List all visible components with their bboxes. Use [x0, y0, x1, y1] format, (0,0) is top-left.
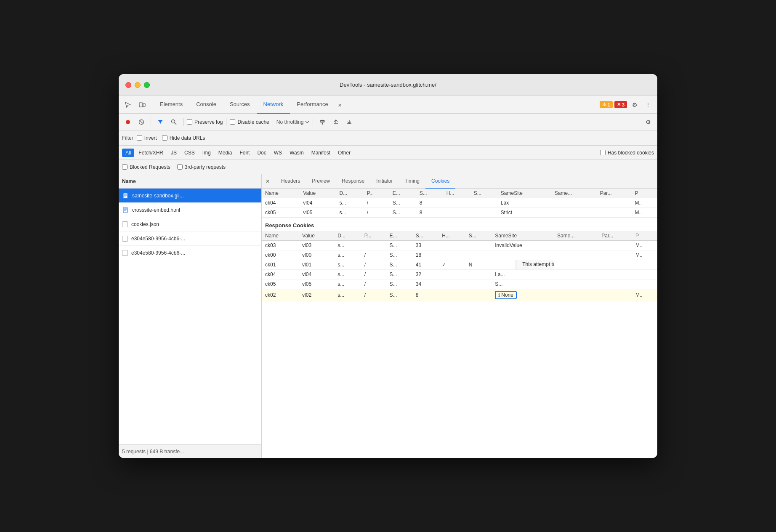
error-symbol: ✕	[617, 102, 621, 107]
download-button[interactable]	[343, 116, 355, 128]
cell-domain: s...	[334, 241, 361, 250]
table-row[interactable]: ck00 vl00 s... / S... 18	[262, 250, 657, 260]
request-item[interactable]: e304e580-9956-4cb6-...	[119, 231, 261, 246]
request-item[interactable]: e304e580-9956-4cb6-...	[119, 246, 261, 260]
toolbar-divider-3	[226, 118, 226, 126]
table-row[interactable]: ck05 vl05 s... / S... 34 S...	[262, 279, 657, 289]
detail-close-button[interactable]: ×	[262, 176, 274, 187]
type-btn-wasm[interactable]: Wasm	[286, 149, 307, 157]
tab-network[interactable]: Network	[257, 96, 290, 114]
filter-toggle-button[interactable]	[154, 116, 166, 128]
cell-size: 8	[416, 208, 443, 218]
cursor-icon[interactable]	[122, 99, 134, 111]
col-secure: S...	[470, 189, 497, 198]
device-icon[interactable]	[136, 99, 148, 111]
col-same2: Same...	[554, 231, 598, 241]
tab-headers[interactable]: Headers	[275, 174, 306, 189]
type-btn-js[interactable]: JS	[167, 149, 180, 157]
type-btn-fetch[interactable]: Fetch/XHR	[135, 149, 167, 157]
type-btn-css[interactable]: CSS	[181, 149, 198, 157]
invert-checkbox[interactable]	[137, 135, 142, 141]
request-item[interactable]: cookies.json	[119, 217, 261, 231]
maximize-button[interactable]	[144, 82, 150, 88]
has-blocked-cookies-checkbox[interactable]	[600, 150, 606, 155]
error-badge[interactable]: ✕ 3	[614, 101, 627, 108]
tab-bar-right: ⚠ 1 ✕ 3 ⚙ ⋮	[600, 99, 654, 111]
third-party-checkbox[interactable]	[177, 164, 183, 170]
blocked-requests-checkbox[interactable]	[122, 164, 128, 170]
cell-domain: s...	[334, 260, 361, 270]
blocked-requests-label[interactable]: Blocked Requests	[122, 164, 170, 170]
hide-data-urls-label[interactable]: Hide data URLs	[162, 135, 205, 141]
filter-checkboxes: Invert Hide data URLs	[137, 135, 205, 141]
tab-timing[interactable]: Timing	[399, 174, 425, 189]
record-button[interactable]	[122, 116, 134, 128]
type-btn-doc[interactable]: Doc	[254, 149, 269, 157]
type-btn-manifest[interactable]: Manifest	[308, 149, 334, 157]
tab-response[interactable]: Response	[336, 174, 370, 189]
cell-value: vl00	[299, 250, 334, 260]
disable-cache-checkbox[interactable]	[230, 119, 235, 125]
request-item[interactable]: samesite-sandbox.gli...	[119, 189, 261, 203]
cell-domain: s...	[336, 208, 363, 218]
cell-value: vl02	[299, 289, 334, 301]
cell-par	[598, 241, 632, 250]
settings-icon[interactable]: ⚙	[629, 99, 640, 111]
more-options-icon[interactable]: ⋮	[642, 99, 654, 111]
main-content: Name samesite-sandbox.gli... crosssite-e…	[119, 174, 657, 458]
cell-secure	[465, 270, 492, 279]
svg-rect-12	[123, 207, 128, 213]
cell-same2	[551, 208, 597, 218]
search-button[interactable]	[168, 116, 180, 128]
table-row[interactable]: ck04 vl04 s... / S... 8 Lax	[262, 198, 657, 208]
has-blocked-cookies-label[interactable]: Has blocked cookies	[600, 150, 654, 156]
tab-more[interactable]: »	[335, 96, 345, 114]
cell-par	[598, 289, 632, 301]
network-settings-icon[interactable]: ⚙	[642, 116, 654, 128]
disable-cache-label[interactable]: Disable cache	[230, 119, 269, 125]
tab-console[interactable]: Console	[189, 96, 223, 114]
preserve-log-label[interactable]: Preserve log	[187, 119, 223, 125]
hide-data-urls-checkbox[interactable]	[162, 135, 167, 141]
type-btn-font[interactable]: Font	[236, 149, 253, 157]
cell-par	[598, 279, 632, 289]
upload-button[interactable]	[330, 116, 342, 128]
tab-initiator[interactable]: Initiator	[370, 174, 399, 189]
wifi-icon[interactable]	[316, 116, 328, 128]
type-btn-other[interactable]: Other	[335, 149, 354, 157]
cell-httponly	[438, 241, 465, 250]
table-row[interactable]: ck01 vl01 s... / S... 41 ✓ N This a	[262, 260, 657, 270]
type-btn-media[interactable]: Media	[215, 149, 236, 157]
type-btn-all[interactable]: All	[122, 149, 134, 157]
minimize-button[interactable]	[135, 82, 141, 88]
table-row[interactable]: ck05 vl05 s... / S... 8 Strict	[262, 208, 657, 218]
cell-priority: M..	[632, 289, 657, 301]
cell-domain: s...	[334, 270, 361, 279]
warning-badge[interactable]: ⚠ 1	[600, 101, 613, 108]
table-row[interactable]: ck03 vl03 s... S... 33 InvalidValue	[262, 241, 657, 250]
tab-sources[interactable]: Sources	[223, 96, 257, 114]
preserve-log-checkbox[interactable]	[187, 119, 192, 125]
info-icon: ℹ	[498, 293, 500, 298]
close-button[interactable]	[125, 82, 131, 88]
cell-httponly: ✓	[438, 260, 465, 270]
third-party-label[interactable]: 3rd-party requests	[177, 164, 226, 170]
tab-elements[interactable]: Elements	[153, 96, 189, 114]
tab-preview[interactable]: Preview	[306, 174, 336, 189]
tab-cookies[interactable]: Cookies	[425, 174, 455, 189]
cell-name: ck05	[262, 279, 299, 289]
cell-httponly	[438, 279, 465, 289]
type-btn-ws[interactable]: WS	[271, 149, 285, 157]
tab-performance[interactable]: Performance	[290, 96, 335, 114]
throttle-selector[interactable]: No throttling	[276, 119, 310, 125]
invert-label[interactable]: Invert	[137, 135, 157, 141]
table-row[interactable]: ck04 vl04 s... / S... 32 La...	[262, 270, 657, 279]
type-btn-img[interactable]: Img	[199, 149, 214, 157]
cookie-tooltip: This attempt to set a cookie via a Set-C…	[517, 260, 554, 270]
request-item[interactable]: crosssite-embed.html	[119, 203, 261, 217]
cell-expires: S...	[386, 289, 412, 301]
transfer-size: 649 B transfe...	[150, 449, 184, 455]
table-row[interactable]: ck02 vl02 s... / S... 8	[262, 289, 657, 301]
clear-button[interactable]	[136, 116, 147, 128]
response-cookies-section: Response Cookies Name Value D... P... E.…	[262, 218, 657, 301]
